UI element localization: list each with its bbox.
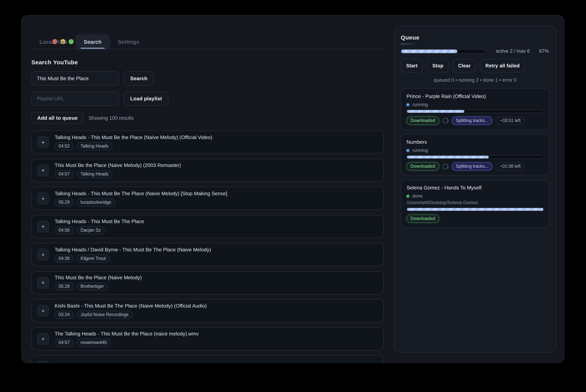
add-to-queue-button[interactable]: + xyxy=(37,164,49,176)
search-result-row[interactable]: + Horror Short Film "This Must Be The Pl… xyxy=(32,355,384,363)
search-result-row[interactable]: + Talking Heads - This Must Be The Place… xyxy=(32,215,384,238)
start-button[interactable]: Start xyxy=(401,59,423,72)
channel-badge: Talking Heads xyxy=(77,170,112,178)
queue-title: Queue xyxy=(401,34,549,41)
spinner-icon xyxy=(443,164,448,169)
queue-item-badges: Downloaded Splitting tracks... ~03:51 le… xyxy=(407,116,544,125)
queue-item-title: Selena Gomez - Hands To Myself xyxy=(407,185,544,190)
result-title: Talking Heads - This Must Be the Place (… xyxy=(55,134,212,140)
add-to-queue-button[interactable]: + xyxy=(37,192,49,204)
plus-icon: + xyxy=(41,251,45,258)
plus-icon: + xyxy=(41,139,45,146)
result-title: Talking Heads - This Must Be The Place (… xyxy=(55,190,227,196)
search-result-row[interactable]: + This Must Be the Place (Naive Melody) … xyxy=(32,158,384,182)
duration-badge: 04:38 xyxy=(55,254,74,262)
downloaded-badge: Downloaded xyxy=(407,116,439,125)
retry-all-failed-button[interactable]: Retry all failed xyxy=(480,59,525,72)
load-playlist-button[interactable]: Load playlist xyxy=(124,92,169,106)
duration-badge: 05:29 xyxy=(55,198,74,206)
search-result-row[interactable]: + Talking Heads - This Must Be the Place… xyxy=(32,130,384,154)
channel-badge: Dacjan Sz xyxy=(77,226,105,234)
search-row: Search xyxy=(32,71,384,86)
result-main: This Must Be the Place (Naive Melody) (2… xyxy=(55,162,181,178)
plus-icon: + xyxy=(41,223,45,230)
result-main: Talking Heads / David Byrne - This Must … xyxy=(55,246,211,262)
add-to-queue-button[interactable]: + xyxy=(37,220,49,232)
search-result-row[interactable]: + Talking Heads - This Must Be The Place… xyxy=(32,187,384,210)
search-input[interactable] xyxy=(32,71,119,86)
output-path: /Users/will/Desktop/Selena Gomez xyxy=(407,200,544,205)
duration-badge: 04:56 xyxy=(55,226,74,234)
add-to-queue-button[interactable]: + xyxy=(37,333,49,344)
search-button[interactable]: Search xyxy=(124,71,154,86)
search-result-row[interactable]: + Talking Heads / David Byrne - This Mus… xyxy=(32,243,384,266)
queue-item-card[interactable]: Prince - Purple Rain (Official Video) ru… xyxy=(401,88,549,130)
item-progress-fill xyxy=(407,110,464,113)
playlist-url-input[interactable] xyxy=(32,92,119,106)
queue-items-list: Prince - Purple Rain (Official Video) ru… xyxy=(401,88,549,228)
clear-button[interactable]: Clear xyxy=(453,59,476,72)
duration-badge: 03:24 xyxy=(55,310,74,318)
search-result-row[interactable]: + This Must Be the Place (Naive Melody) … xyxy=(32,271,384,294)
plus-icon: + xyxy=(41,167,45,174)
add-to-queue-button[interactable]: + xyxy=(37,277,49,288)
result-badges: 05:29 lucaslockeridge xyxy=(55,198,227,206)
queue-item-card[interactable]: Numbers running Downloaded Splittin xyxy=(401,134,549,176)
channel-badge: mowmow445 xyxy=(77,338,111,347)
result-main: Talking Heads - This Must Be The Place (… xyxy=(55,190,227,206)
splitting-tracks-badge: Splitting tracks... xyxy=(452,116,492,125)
result-badges: 04:52 Talking Heads xyxy=(55,142,212,150)
result-title: The Talking Heads - This Must Be the Pla… xyxy=(55,331,199,336)
results-header: Add all to queue Showing 100 results xyxy=(32,112,384,124)
result-main: Talking Heads - This Must Be the Place (… xyxy=(55,134,212,150)
queue-item-card[interactable]: Selena Gomez - Hands To Myself done /Use… xyxy=(401,180,549,228)
channel-badge: lucaslockeridge xyxy=(77,198,115,206)
queue-item-badges: Downloaded Splitting tracks... ~01:08 le… xyxy=(407,162,544,170)
tab-bar: Local Files Search Settings xyxy=(32,34,147,50)
result-main: Kishi Bashi - This Must Be The Place (Na… xyxy=(55,303,207,318)
active-tab-underline xyxy=(81,48,105,49)
duration-badge: 05:28 xyxy=(55,282,74,290)
add-to-queue-button[interactable]: + xyxy=(37,136,49,148)
queue-stats-line: queued 0 • running 2 • done 1 • error 0 xyxy=(401,78,549,83)
downloaded-badge: Downloaded xyxy=(407,162,439,170)
plus-icon: + xyxy=(41,336,45,342)
stop-button[interactable]: Stop xyxy=(427,59,449,72)
channel-badge: Kilgore Trout xyxy=(77,254,110,262)
duration-badge: 04:52 xyxy=(55,142,74,150)
result-title: Kishi Bashi - This Must Be The Place (Na… xyxy=(55,303,207,308)
status-dot-icon xyxy=(407,103,409,106)
splitting-tracks-badge: Splitting tracks... xyxy=(452,162,492,170)
result-main: Talking Heads - This Must Be The Place 0… xyxy=(55,218,144,234)
tab-settings[interactable]: Settings xyxy=(110,34,147,50)
queue-item-status-row: running xyxy=(407,102,544,107)
add-all-to-queue-button[interactable]: Add all to queue xyxy=(32,112,84,124)
result-title: This Must Be the Place (Naive Melody) xyxy=(55,275,142,280)
add-to-queue-button[interactable]: + xyxy=(37,305,49,316)
desktop: Local Files Search Settings Search YouTu… xyxy=(0,0,586,392)
search-result-row[interactable]: + The Talking Heads - This Must Be the P… xyxy=(32,327,384,350)
search-result-row[interactable]: + Kishi Bashi - This Must Be The Place (… xyxy=(32,299,384,322)
duration-badge: 04:57 xyxy=(55,170,74,178)
result-title: Talking Heads / David Byrne - This Must … xyxy=(55,246,211,252)
eta-badge: ~01:08 left xyxy=(496,162,524,170)
item-progress-fill xyxy=(407,208,543,211)
plus-icon: + xyxy=(41,279,45,286)
item-progress-track xyxy=(407,110,544,113)
queue-item-title: Prince - Purple Rain (Official Video) xyxy=(407,93,544,99)
active-max-label: active 2 / max 6 xyxy=(496,48,530,54)
result-badges: 05:28 Brothertiger xyxy=(55,282,142,290)
result-badges: 03:24 Joyful Noise Recordings xyxy=(55,310,207,318)
add-to-queue-button[interactable]: + xyxy=(37,249,49,260)
status-dot-icon xyxy=(407,195,409,197)
add-to-queue-button[interactable]: + xyxy=(37,361,49,363)
tab-local-files[interactable]: Local Files xyxy=(32,34,76,50)
result-badges: 04:57 Talking Heads xyxy=(55,170,181,178)
queue-buttons: Start Stop Clear Retry all failed xyxy=(401,59,549,72)
tab-search[interactable]: Search xyxy=(76,34,110,50)
channel-badge: Talking Heads xyxy=(77,142,112,150)
queue-title-underline xyxy=(401,44,417,44)
tab-search-label: Search xyxy=(84,39,102,45)
result-badges: 04:57 mowmow445 xyxy=(55,338,199,347)
status-label: running xyxy=(412,148,428,153)
